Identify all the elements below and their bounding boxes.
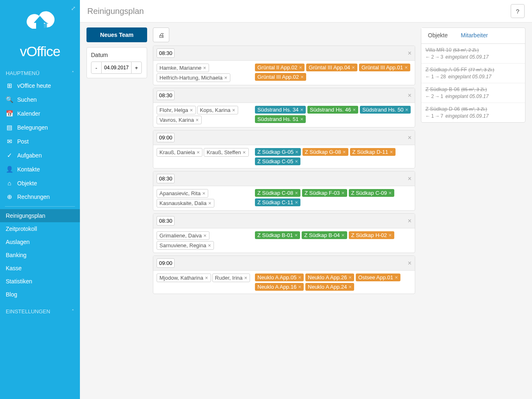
object-chip[interactable]: Z Südkap G-08× bbox=[302, 148, 348, 156]
team-time-input[interactable] bbox=[157, 133, 175, 142]
help-button[interactable]: ? bbox=[511, 4, 525, 18]
remove-icon[interactable]: × bbox=[300, 107, 303, 113]
remove-icon[interactable]: × bbox=[405, 64, 408, 71]
team-time-input[interactable] bbox=[157, 174, 175, 183]
object-chip[interactable]: Z Südkap C-05× bbox=[255, 157, 300, 165]
object-chip[interactable]: Grüntal III App.04× bbox=[306, 64, 357, 71]
close-icon[interactable]: × bbox=[408, 134, 412, 141]
remove-icon[interactable]: × bbox=[343, 149, 346, 155]
close-icon[interactable]: × bbox=[408, 217, 412, 225]
menu-section-settings[interactable]: EINSTELLUNGEN˄ bbox=[0, 306, 80, 317]
remove-icon[interactable]: × bbox=[299, 64, 302, 71]
remove-icon[interactable]: × bbox=[298, 274, 301, 280]
sidebar-item-voffice-heute[interactable]: ⊞vOffice heute bbox=[0, 79, 80, 93]
remove-icon[interactable]: × bbox=[202, 190, 205, 196]
remove-icon[interactable]: × bbox=[390, 149, 393, 155]
person-chip[interactable]: Vavros, Karina× bbox=[157, 116, 202, 124]
remove-icon[interactable]: × bbox=[295, 232, 298, 238]
object-chip[interactable]: Südstrand Hs. 34× bbox=[255, 106, 306, 114]
sidebar-item-auslagen[interactable]: Auslagen bbox=[0, 235, 80, 249]
sidebar-item-banking[interactable]: Banking bbox=[0, 249, 80, 262]
person-chip[interactable]: Apanasievic, Rita× bbox=[157, 189, 208, 198]
sidebar-item-blog[interactable]: Blog bbox=[0, 288, 80, 301]
object-list-item[interactable]: Villa MR 10 (53 m², 2 Zi.) ← 2 → 3 einge… bbox=[421, 44, 525, 64]
sidebar-item-kontakte[interactable]: 👤Kontakte bbox=[0, 162, 80, 176]
person-chip[interactable]: Krauß, Steffen× bbox=[204, 148, 248, 157]
remove-icon[interactable]: × bbox=[295, 149, 298, 155]
object-chip[interactable]: Südstrand Hs. 50× bbox=[360, 106, 411, 114]
object-list-item[interactable]: Z Südkap B-06 (85 m², 3 Zi.) ← 2 → 1 ein… bbox=[421, 83, 525, 103]
sidebar-item-belegungen[interactable]: ▤Belegungen bbox=[0, 121, 80, 135]
remove-icon[interactable]: × bbox=[341, 232, 345, 238]
remove-icon[interactable]: × bbox=[300, 74, 304, 80]
object-chip[interactable]: Z Südkap G-05× bbox=[255, 148, 301, 156]
remove-icon[interactable]: × bbox=[224, 75, 227, 81]
remove-icon[interactable]: × bbox=[203, 233, 207, 239]
remove-icon[interactable]: × bbox=[203, 65, 207, 71]
tab-objects[interactable]: Objekte bbox=[421, 28, 454, 43]
print-button[interactable]: 🖨 bbox=[153, 27, 169, 42]
remove-icon[interactable]: × bbox=[405, 107, 409, 113]
close-icon[interactable]: × bbox=[408, 260, 412, 267]
remove-icon[interactable]: × bbox=[389, 190, 392, 196]
remove-icon[interactable]: × bbox=[244, 275, 248, 281]
object-chip[interactable]: Z Südkap C-11× bbox=[255, 198, 300, 206]
person-chip[interactable]: Flohr, Helga× bbox=[157, 106, 196, 114]
sidebar-item-suchen[interactable]: 🔍Suchen bbox=[0, 93, 80, 107]
new-team-button[interactable]: Neues Team bbox=[86, 27, 147, 42]
object-chip[interactable]: Z Südkap B-01× bbox=[255, 231, 300, 239]
object-chip[interactable]: Neuklo A App.16× bbox=[255, 283, 304, 291]
object-chip[interactable]: Z Südkap D-11× bbox=[350, 148, 396, 156]
date-prev-button[interactable]: - bbox=[91, 62, 102, 74]
person-chip[interactable]: Helfrich-Hartung, Michaela× bbox=[157, 73, 230, 82]
person-chip[interactable]: Kasnauskaite, Dalia× bbox=[157, 199, 214, 207]
sidebar-item-rechnungen[interactable]: ⊕Rechnungen bbox=[0, 190, 80, 204]
object-chip[interactable]: Grüntal II App.02× bbox=[255, 64, 305, 71]
remove-icon[interactable]: × bbox=[232, 107, 235, 113]
object-chip[interactable]: Z Südkap F-03× bbox=[302, 189, 347, 197]
sidebar-item-reinigungsplan[interactable]: Reinigungsplan bbox=[0, 209, 80, 222]
object-chip[interactable]: Südstrand Hs. 46× bbox=[307, 106, 358, 114]
object-chip[interactable]: Neuklo A App.05× bbox=[255, 274, 304, 281]
remove-icon[interactable]: × bbox=[348, 284, 352, 290]
remove-icon[interactable]: × bbox=[352, 64, 355, 71]
sidebar-item-aufgaben[interactable]: ✓Aufgaben bbox=[0, 148, 80, 162]
remove-icon[interactable]: × bbox=[353, 107, 356, 113]
remove-icon[interactable]: × bbox=[205, 275, 208, 281]
object-chip[interactable]: Neuklo A App.24× bbox=[305, 283, 354, 291]
object-list-item[interactable]: Z Südkap D-06 (85 m², 3 Zi.) ← 1 → 7 ein… bbox=[421, 103, 525, 122]
remove-icon[interactable]: × bbox=[298, 284, 301, 290]
person-chip[interactable]: Krauß, Daniela× bbox=[157, 148, 202, 157]
remove-icon[interactable]: × bbox=[243, 149, 246, 155]
sidebar-item-statistiken[interactable]: Statistiken bbox=[0, 275, 80, 288]
date-input[interactable] bbox=[102, 62, 131, 74]
team-time-input[interactable] bbox=[157, 48, 175, 58]
person-chip[interactable]: Mjodow, Katharina× bbox=[157, 274, 211, 282]
expand-icon[interactable]: ⤢ bbox=[71, 5, 76, 11]
team-time-input[interactable] bbox=[157, 216, 175, 226]
person-chip[interactable]: Hamke, Marianne× bbox=[157, 64, 209, 72]
menu-section-main[interactable]: HAUPTMENÜ˄ bbox=[0, 68, 80, 79]
team-time-input[interactable] bbox=[157, 91, 175, 100]
close-icon[interactable]: × bbox=[408, 175, 412, 182]
remove-icon[interactable]: × bbox=[190, 107, 193, 113]
person-chip[interactable]: Sarnuviene, Regina× bbox=[157, 241, 214, 250]
object-list-item[interactable]: Z Südkap A-05 FF (77 m², 3 Zi.) ← 1 → 28… bbox=[421, 64, 525, 83]
object-chip[interactable]: Ostsee App.01× bbox=[356, 274, 400, 281]
tab-employees[interactable]: Mitarbeiter bbox=[454, 28, 494, 43]
remove-icon[interactable]: × bbox=[300, 116, 303, 122]
remove-icon[interactable]: × bbox=[295, 199, 298, 205]
object-chip[interactable]: Z Südkap C-08× bbox=[255, 189, 300, 197]
object-chip[interactable]: Z Südkap C-09× bbox=[349, 189, 394, 197]
remove-icon[interactable]: × bbox=[389, 232, 392, 238]
remove-icon[interactable]: × bbox=[208, 242, 211, 249]
object-chip[interactable]: Neuklo A App.26× bbox=[305, 274, 354, 281]
remove-icon[interactable]: × bbox=[341, 190, 345, 196]
remove-icon[interactable]: × bbox=[395, 274, 398, 280]
close-icon[interactable]: × bbox=[408, 92, 412, 99]
date-next-button[interactable]: + bbox=[131, 62, 142, 74]
sidebar-item-zeitprotokoll[interactable]: Zeitprotokoll bbox=[0, 222, 80, 235]
sidebar-item-kasse[interactable]: Kasse bbox=[0, 262, 80, 275]
person-chip[interactable]: Ruder, Irina× bbox=[212, 274, 250, 282]
person-chip[interactable]: Kops, Karina× bbox=[197, 106, 238, 114]
